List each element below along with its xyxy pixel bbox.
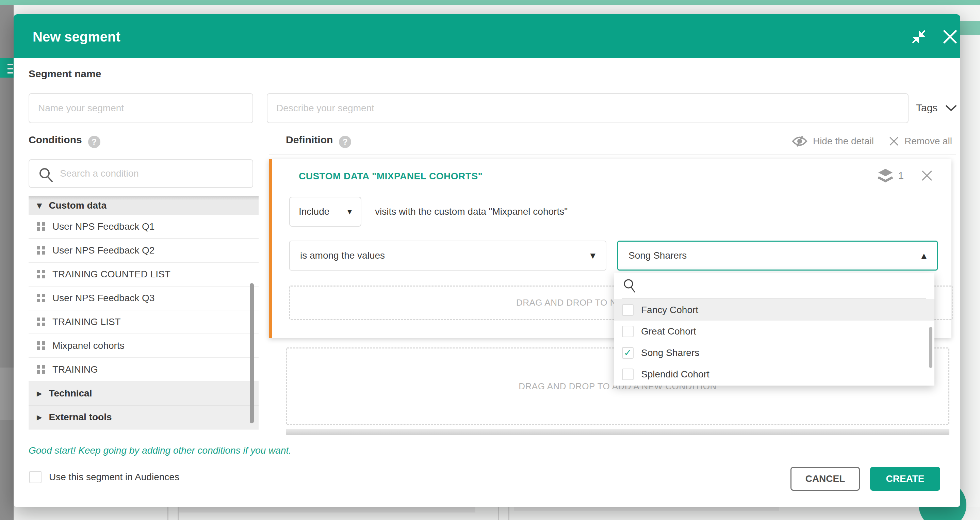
dropdown-option[interactable]: ✓ Song Sharers bbox=[614, 342, 934, 363]
search-icon bbox=[38, 167, 54, 183]
remove-all-label: Remove all bbox=[904, 136, 952, 147]
drag-handle-icon bbox=[37, 294, 46, 302]
search-icon bbox=[623, 278, 637, 294]
screen: New segment Segme bbox=[0, 0, 980, 520]
new-segment-modal: New segment Segme bbox=[14, 14, 960, 507]
bg-panel-divider bbox=[498, 507, 499, 520]
triangle-right-icon: ▶ bbox=[37, 389, 42, 398]
layer-control[interactable]: 1 bbox=[878, 168, 904, 183]
modal-header: New segment bbox=[14, 14, 960, 58]
drag-handle-icon bbox=[37, 365, 46, 374]
layers-icon bbox=[878, 168, 893, 183]
close-icon[interactable] bbox=[943, 29, 958, 44]
caret-down-icon: ▼ bbox=[347, 208, 352, 215]
condition-sentence: visits with the custom data "Mixpanel co… bbox=[375, 206, 568, 217]
drag-handle-icon bbox=[37, 270, 46, 279]
condition-item[interactable]: TRAINING LIST bbox=[29, 310, 259, 334]
checkbox[interactable] bbox=[622, 369, 633, 380]
definition-heading-row: Definition? bbox=[286, 134, 351, 149]
collapse-icon[interactable] bbox=[911, 29, 926, 44]
group-label: External tools bbox=[49, 412, 111, 423]
condition-item[interactable]: User NPS Feedback Q2 bbox=[29, 239, 259, 263]
condition-item[interactable]: TRAINING bbox=[29, 358, 259, 382]
cancel-button[interactable]: CANCEL bbox=[791, 467, 860, 491]
condition-search-input[interactable] bbox=[60, 160, 247, 187]
drag-handle-icon bbox=[37, 222, 46, 231]
operator-select[interactable]: is among the values ▼ bbox=[289, 241, 606, 270]
tags-label: Tags bbox=[916, 102, 937, 114]
bg-panel-bar bbox=[179, 507, 476, 512]
dropdown-option[interactable]: Fancy Cohort bbox=[614, 299, 934, 321]
checkbox-checked[interactable]: ✓ bbox=[622, 347, 633, 359]
group-label: Custom data bbox=[49, 200, 107, 211]
audiences-checkbox[interactable] bbox=[29, 471, 41, 483]
dropdown-search[interactable] bbox=[614, 273, 934, 299]
app-sidebar-section bbox=[0, 367, 14, 420]
eye-slash-icon bbox=[792, 135, 808, 147]
progress-hint: Good start! Keep going by adding other c… bbox=[29, 445, 291, 456]
condition-item[interactable]: User NPS Feedback Q1 bbox=[29, 215, 259, 239]
definition-divider bbox=[269, 154, 956, 154]
values-value: Song Sharers bbox=[628, 250, 687, 261]
bg-panel-divider bbox=[508, 507, 509, 520]
bg-panel-bar bbox=[514, 507, 779, 511]
dropdown-option[interactable]: Great Cohort bbox=[614, 321, 934, 342]
hide-detail-label: Hide the detail bbox=[813, 136, 874, 147]
conditions-heading-row: Conditions? bbox=[29, 134, 100, 149]
create-button[interactable]: CREATE bbox=[870, 467, 940, 491]
drag-handle-icon bbox=[37, 318, 46, 326]
checkbox[interactable] bbox=[622, 304, 633, 316]
segment-description-input[interactable] bbox=[267, 93, 908, 123]
condition-item[interactable]: User NPS Feedback Q3 bbox=[29, 286, 259, 310]
bg-panel-divider bbox=[167, 507, 169, 520]
page-top-strip bbox=[0, 0, 980, 5]
include-label: Include bbox=[299, 206, 329, 217]
group-technical[interactable]: ▶ Technical bbox=[29, 382, 259, 406]
audiences-label: Use this segment in Audiences bbox=[49, 472, 179, 483]
audiences-option: Use this segment in Audiences bbox=[29, 471, 179, 483]
drag-handle-icon bbox=[37, 246, 46, 255]
hide-detail-button[interactable]: Hide the detail bbox=[792, 135, 874, 147]
dropdown-scrollbar[interactable] bbox=[929, 327, 932, 368]
tags-dropdown[interactable]: Tags bbox=[916, 102, 957, 114]
condition-card-title: CUSTOM DATA "MIXPANEL COHORTS" bbox=[299, 171, 482, 182]
remove-all-button[interactable]: Remove all bbox=[889, 136, 952, 147]
values-select[interactable]: Song Sharers ▲ bbox=[617, 241, 938, 270]
caret-down-icon: ▼ bbox=[590, 251, 595, 260]
group-custom-data[interactable]: ▼ Custom data bbox=[29, 196, 259, 215]
definition-horizontal-scrollbar[interactable] bbox=[286, 429, 950, 435]
caret-up-icon: ▲ bbox=[921, 251, 927, 260]
operator-value: is among the values bbox=[300, 250, 385, 261]
chevron-down-icon bbox=[945, 104, 957, 112]
conditions-heading: Conditions bbox=[29, 134, 82, 145]
x-icon bbox=[889, 136, 899, 146]
layer-count: 1 bbox=[898, 170, 904, 181]
condition-item[interactable]: TRAINING COUNTED LIST bbox=[29, 263, 259, 286]
group-external-tools[interactable]: ▶ External tools bbox=[29, 406, 259, 429]
definition-heading: Definition bbox=[286, 134, 333, 145]
help-icon[interactable]: ? bbox=[88, 136, 100, 148]
checkmark-icon: ✓ bbox=[624, 347, 632, 358]
checkbox[interactable] bbox=[622, 326, 633, 337]
include-dropdown[interactable]: Include ▼ bbox=[289, 197, 361, 227]
dropdown-option[interactable]: Splendid Cohort bbox=[614, 363, 934, 385]
remove-condition-icon[interactable] bbox=[921, 170, 933, 182]
group-label: Technical bbox=[49, 388, 92, 399]
drag-handle-icon bbox=[37, 341, 46, 350]
conditions-scrollbar[interactable] bbox=[250, 283, 254, 423]
values-dropdown-panel: Fancy Cohort Great Cohort ✓ Song Sharers… bbox=[614, 273, 934, 386]
condition-item[interactable]: Mixpanel cohorts bbox=[29, 334, 259, 358]
help-icon[interactable]: ? bbox=[339, 136, 351, 148]
app-sidebar bbox=[0, 5, 14, 520]
triangle-down-icon: ▼ bbox=[37, 202, 42, 210]
triangle-right-icon: ▶ bbox=[37, 413, 42, 421]
segment-name-label: Segment name bbox=[29, 68, 101, 80]
bg-panel-divider bbox=[178, 507, 179, 520]
condition-search-box bbox=[29, 159, 253, 188]
segment-name-input[interactable] bbox=[29, 93, 253, 123]
modal-title: New segment bbox=[33, 29, 121, 45]
definition-tools: Hide the detail Remove all bbox=[792, 135, 952, 147]
page-behind-bottom bbox=[14, 507, 980, 520]
conditions-list: ▼ Custom data User NPS Feedback Q1 User … bbox=[29, 196, 259, 429]
